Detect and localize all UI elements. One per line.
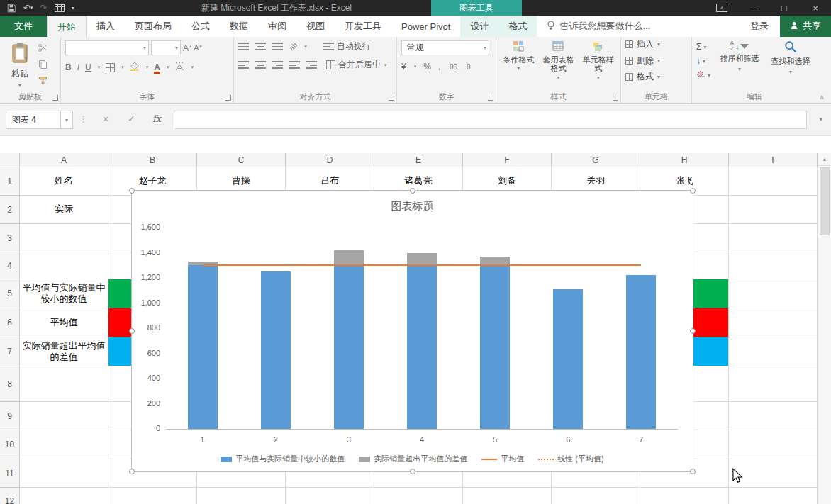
underline-button[interactable]: U xyxy=(85,62,91,72)
cell-B12[interactable] xyxy=(108,488,197,504)
col-header-E[interactable]: E xyxy=(374,153,463,167)
underline-dropdown-icon[interactable]: ▾ xyxy=(98,65,101,70)
font-size-combo[interactable]: ▾ xyxy=(151,40,181,55)
cell-A9[interactable] xyxy=(20,402,108,430)
cell-I2[interactable] xyxy=(729,196,818,224)
delete-cells-button[interactable]: 删除 ▾ xyxy=(625,55,687,67)
chart-handle-bottom-right[interactable] xyxy=(690,469,696,474)
orientation-icon[interactable]: ab xyxy=(288,41,299,52)
align-left-icon[interactable] xyxy=(238,61,249,69)
redo-icon[interactable]: ↷ xyxy=(40,3,48,13)
scroll-up-icon[interactable]: ▴ xyxy=(818,153,831,166)
alignment-dialog-launcher[interactable] xyxy=(389,95,394,101)
chart-handle-mid-right[interactable] xyxy=(690,328,696,334)
col-header-B[interactable]: B xyxy=(108,153,197,167)
sign-in-button[interactable]: 登录 xyxy=(739,16,780,37)
col-header-F[interactable]: F xyxy=(463,153,552,167)
align-middle-icon[interactable] xyxy=(255,43,266,50)
cut-icon[interactable] xyxy=(38,43,48,55)
percent-style-icon[interactable]: % xyxy=(423,62,431,72)
accounting-dropdown-icon[interactable]: ▾ xyxy=(414,64,417,69)
styles-dialog-launcher[interactable] xyxy=(613,95,618,101)
insert-function-icon[interactable]: fx xyxy=(152,113,161,124)
decrease-decimal-icon[interactable]: .0 xyxy=(464,63,470,71)
font-name-combo[interactable]: ▾ xyxy=(65,40,149,55)
phonetic-dropdown-icon[interactable]: ▾ xyxy=(191,65,194,70)
select-all-corner[interactable] xyxy=(0,153,20,167)
bar-excess-3[interactable] xyxy=(334,250,364,265)
chart-handle-top-right[interactable] xyxy=(690,188,696,194)
format-painter-icon[interactable] xyxy=(38,76,48,87)
collapse-ribbon-icon[interactable]: ˄ xyxy=(820,94,824,101)
tab-review[interactable]: 审阅 xyxy=(258,16,296,37)
chart-handle-top-left[interactable] xyxy=(129,188,135,194)
cell-E12[interactable] xyxy=(374,488,463,504)
cell-I1[interactable] xyxy=(729,167,818,196)
cancel-icon[interactable]: × xyxy=(103,113,108,125)
cell-I7[interactable] xyxy=(729,337,818,366)
orientation-dropdown-icon[interactable]: ▾ xyxy=(304,44,307,50)
tab-home[interactable]: 开始 xyxy=(47,16,87,37)
scrollbar-thumb[interactable] xyxy=(820,167,830,235)
close-icon[interactable]: × xyxy=(800,0,831,16)
tab-developer[interactable]: 开发工具 xyxy=(335,16,391,37)
clear-button[interactable]: ▾ xyxy=(696,70,710,80)
copy-icon[interactable] xyxy=(38,60,48,71)
name-box-dropdown-icon[interactable]: ▾ xyxy=(61,111,73,129)
increase-decimal-icon[interactable]: .00 xyxy=(447,63,457,71)
expand-formula-bar-icon[interactable]: ▾ xyxy=(819,116,822,123)
fill-color-dropdown-icon[interactable]: ▾ xyxy=(146,65,149,70)
table-mode-icon[interactable] xyxy=(55,4,65,12)
cell-I4[interactable] xyxy=(729,252,818,279)
fill-button[interactable]: ↓ ▾ xyxy=(696,56,710,66)
fill-color-icon[interactable] xyxy=(130,62,140,73)
align-center-icon[interactable] xyxy=(255,61,266,69)
cell-A8[interactable] xyxy=(20,366,108,402)
tab-chart-design[interactable]: 设计 xyxy=(460,16,498,37)
paste-button[interactable]: 粘贴 ▾ xyxy=(4,40,35,91)
cell-F12[interactable] xyxy=(463,488,552,504)
format-cells-button[interactable]: 格式 ▾ xyxy=(625,71,687,83)
font-color-dropdown-icon[interactable]: ▾ xyxy=(167,65,169,70)
legend-item[interactable]: 线性 (平均值) xyxy=(538,454,603,464)
wrap-text-button[interactable]: 自动换行 xyxy=(323,40,371,52)
cell-A10[interactable] xyxy=(20,430,108,459)
decrease-font-icon[interactable]: A▾ xyxy=(194,44,202,52)
bar-min-7[interactable] xyxy=(626,275,656,429)
chart-legend[interactable]: 平均值与实际销量中较小的数值实际销量超出平均值的差值平均值线性 (平均值) xyxy=(132,454,693,464)
formula-bar-handle[interactable]: ⋮ xyxy=(79,114,88,124)
cell-A11[interactable] xyxy=(20,459,108,488)
vertical-scrollbar[interactable]: ▴ xyxy=(818,153,831,504)
row-header-1[interactable]: 1 xyxy=(0,167,20,196)
cell-A7[interactable]: 实际销量超出平均值的差值 xyxy=(20,337,108,366)
row-header-10[interactable]: 10 xyxy=(0,430,20,459)
cell-I5[interactable] xyxy=(729,279,818,308)
tab-formulas[interactable]: 公式 xyxy=(182,16,220,37)
cell-G12[interactable] xyxy=(552,488,640,504)
cell-I3[interactable] xyxy=(729,224,818,252)
bold-button[interactable]: B xyxy=(65,62,72,72)
tab-file[interactable]: 文件 xyxy=(0,16,47,37)
legend-item[interactable]: 实际销量超出平均值的差值 xyxy=(359,454,467,464)
accounting-format-icon[interactable]: ¥ xyxy=(401,62,406,72)
cell-I9[interactable] xyxy=(729,402,818,430)
cell-styles-button[interactable]: 单元格样式 ▾ xyxy=(581,40,616,91)
find-select-button[interactable]: 查找和选择 ▾ xyxy=(769,40,813,91)
cell-I8[interactable] xyxy=(729,366,818,402)
number-format-combo[interactable]: 常规 ▾ xyxy=(401,40,489,55)
cell-A1[interactable]: 姓名 xyxy=(20,167,108,196)
save-icon[interactable] xyxy=(7,4,16,13)
enter-icon[interactable]: ✓ xyxy=(128,113,135,124)
tab-view[interactable]: 视图 xyxy=(296,16,335,37)
bar-min-6[interactable] xyxy=(553,289,583,429)
borders-icon[interactable] xyxy=(106,63,115,72)
align-top-icon[interactable] xyxy=(238,43,249,50)
italic-button[interactable]: I xyxy=(77,62,79,72)
clipboard-dialog-launcher[interactable] xyxy=(52,95,58,101)
tab-chart-format[interactable]: 格式 xyxy=(498,16,537,37)
ribbon-display-options-icon[interactable]: ˄ xyxy=(716,4,727,12)
col-header-C[interactable]: C xyxy=(197,153,286,167)
tab-page-layout[interactable]: 页面布局 xyxy=(125,16,182,37)
row-header-4[interactable]: 4 xyxy=(0,252,20,279)
row-header-7[interactable]: 7 xyxy=(0,337,20,366)
